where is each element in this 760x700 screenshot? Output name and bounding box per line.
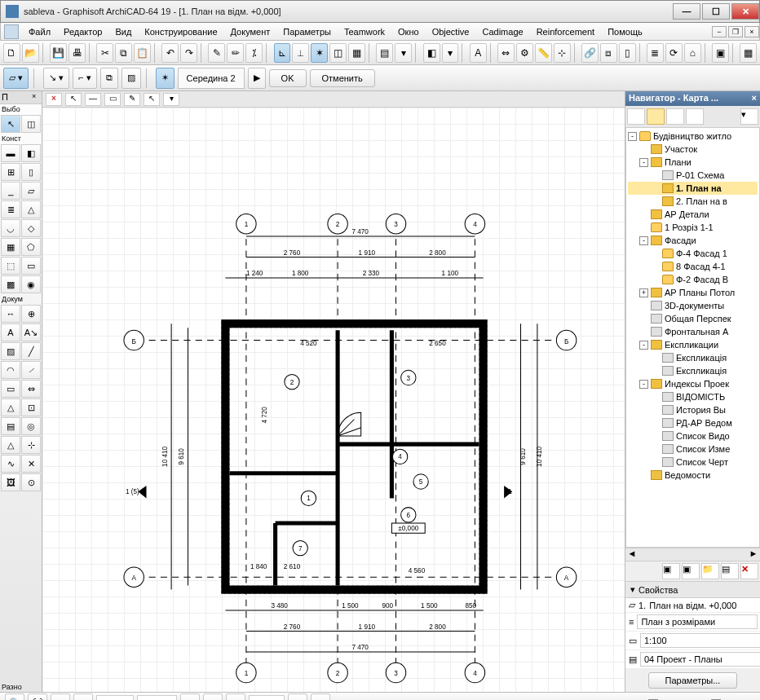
snap-mode-2-icon[interactable]: ⟂ <box>292 43 309 63</box>
door-tool-icon[interactable]: ◧ <box>21 144 41 162</box>
menu-reinforcement[interactable]: Reinforcement <box>530 25 602 38</box>
mdi-minimize-button[interactable]: − <box>712 26 727 37</box>
tree-node[interactable]: -Плани <box>628 156 758 169</box>
prop-scale-input[interactable] <box>640 633 760 648</box>
tree-node[interactable]: АР Детали <box>628 208 758 221</box>
link-icon[interactable]: 🔗 <box>581 43 599 63</box>
cut-icon[interactable]: ✂ <box>96 43 113 63</box>
view-dropdown-icon[interactable]: ▾ <box>442 43 459 63</box>
pencil-icon[interactable]: ✏ <box>227 43 244 63</box>
lamp-tool-icon[interactable]: ◉ <box>21 275 41 293</box>
shell-tool-icon[interactable]: ◡ <box>1 219 20 237</box>
beam-tool-icon[interactable]: ⎯ <box>1 182 20 200</box>
nav-folder[interactable]: 📁 <box>701 563 719 579</box>
app-menu-icon[interactable] <box>4 24 19 39</box>
mdi-close-button[interactable]: × <box>745 26 759 37</box>
nav-tab-viewmap[interactable] <box>647 108 665 125</box>
grid-tool-icon[interactable]: ⊹ <box>21 436 41 454</box>
arrow-tool-icon[interactable]: ↖ <box>1 115 20 133</box>
tree-node[interactable]: ВІДОМІСТЬ <box>628 390 758 403</box>
angle-field[interactable]: 0,00° <box>249 695 285 701</box>
mdi-restore-button[interactable]: ❐ <box>728 26 743 37</box>
tree-node[interactable]: Експликація <box>628 364 758 377</box>
mesh-tool-icon[interactable]: ▩ <box>1 275 20 293</box>
open-icon[interactable]: 📂 <box>22 43 39 63</box>
axes-icon[interactable]: ⊹ <box>554 43 571 63</box>
scroll-left-icon[interactable]: ◄ <box>625 548 638 561</box>
dropper-icon[interactable]: ⁒ <box>245 43 263 63</box>
snap-mid-button[interactable]: ✶ <box>156 68 175 89</box>
ruler-icon[interactable]: 📏 <box>535 43 552 63</box>
menu-конструирование[interactable]: Конструирование <box>138 25 223 38</box>
stairs-icon[interactable]: ≣ <box>647 43 664 63</box>
change-tool-icon[interactable]: △ <box>1 436 20 454</box>
stair-tool-icon[interactable]: ≣ <box>1 200 20 218</box>
menu-teamwork[interactable]: Teamwork <box>338 25 391 38</box>
prop-layers-input[interactable] <box>640 652 760 667</box>
toolbox-close-icon[interactable]: × <box>32 92 40 103</box>
rotate-icon[interactable]: ⟳ <box>665 43 683 63</box>
parameters-button[interactable]: Параметры... <box>648 672 738 689</box>
nav-tab-project[interactable] <box>627 108 645 125</box>
fill-tool-icon[interactable]: ▨ <box>1 342 20 360</box>
tree-node[interactable]: История Вы <box>628 403 758 416</box>
menu-окно[interactable]: Окно <box>391 25 426 38</box>
structure-icon[interactable]: ⧈ <box>600 43 617 63</box>
spline-tool-icon[interactable]: ∿ <box>1 455 20 473</box>
navigator-tree[interactable]: -Будівництво житло Участок-Плани Р-01 Сх… <box>625 127 760 548</box>
collapse-icon[interactable]: ▾ <box>395 43 412 63</box>
zoom-prev-icon[interactable]: ◄ <box>51 693 70 701</box>
undo-icon[interactable]: ↶ <box>161 43 179 63</box>
menu-редактор[interactable]: Редактор <box>57 25 108 38</box>
view-icon[interactable]: ◧ <box>423 43 440 63</box>
cancel-button[interactable]: Отменить <box>310 69 375 87</box>
object-tool-icon[interactable]: ⬚ <box>1 257 20 275</box>
worksheet-tool-icon[interactable]: ▤ <box>1 417 20 435</box>
tree-node[interactable]: Ведомости <box>628 469 758 482</box>
chevron-down-icon[interactable]: ▾ <box>630 584 635 595</box>
hotspot-tool-icon[interactable]: ✕ <box>21 455 41 473</box>
marquee-tool-icon[interactable]: ◫ <box>21 115 41 133</box>
tree-node[interactable]: -Индексы Проек <box>628 377 758 390</box>
line-tab-icon[interactable]: — <box>85 93 101 106</box>
nav-tab-layout[interactable] <box>666 108 684 125</box>
morph-tool-icon[interactable]: ⬠ <box>21 238 41 256</box>
nav-tab-publisher[interactable] <box>686 108 704 125</box>
arc-tool-icon[interactable]: ◠ <box>1 361 20 379</box>
dimension-tool-icon[interactable]: ↔ <box>1 305 20 323</box>
copy-icon[interactable]: ⧉ <box>115 43 132 63</box>
palette-icon[interactable]: ▣ <box>712 43 729 63</box>
elevation-tool-icon[interactable]: △ <box>1 398 20 416</box>
nav-action-1[interactable]: ▣ <box>662 563 680 579</box>
menu-cadimage[interactable]: Cadimage <box>475 25 529 38</box>
building-icon[interactable]: ⌂ <box>684 43 701 63</box>
prop-plan-input[interactable] <box>637 614 758 629</box>
layers-icon[interactable]: ▤ <box>376 43 393 63</box>
tree-node[interactable]: -Будівництво житло <box>628 130 758 143</box>
arrow-button[interactable]: ↘ ▾ <box>43 68 69 89</box>
text-tool-icon[interactable]: A <box>1 324 20 341</box>
corner-button[interactable]: ⌐ ▾ <box>73 68 96 89</box>
scale-field[interactable]: 1:100 <box>96 695 134 701</box>
polyline-tool-icon[interactable]: ⟋ <box>21 361 41 379</box>
snap-mode-1-icon[interactable]: ⊾ <box>274 43 291 63</box>
navigator-hscroll[interactable]: ◄ ► <box>625 548 760 561</box>
nav-tab-options[interactable]: ▾ <box>740 108 758 125</box>
tree-node[interactable]: +АР Планы Потол <box>628 286 758 299</box>
arrow-tab-icon[interactable]: ↖ <box>65 93 82 106</box>
wand-tab-icon[interactable]: ✎ <box>124 93 140 106</box>
distribute-icon[interactable]: ⇔ <box>497 43 515 63</box>
tree-node[interactable]: Ф-4 Фасад 1 <box>628 247 758 260</box>
roof-tool-icon[interactable]: △ <box>21 200 41 218</box>
snap-mode-5-icon[interactable]: ▦ <box>348 43 365 63</box>
tree-node[interactable]: Р-01 Схема <box>628 169 758 182</box>
nav-save-view[interactable]: ▤ <box>721 563 739 579</box>
drawing-tool-icon[interactable]: ▭ <box>1 380 20 398</box>
menu-objective[interactable]: Objective <box>426 25 476 38</box>
menu-помощь[interactable]: Помощь <box>601 25 649 38</box>
close-button[interactable]: ✕ <box>731 3 759 20</box>
tree-node[interactable]: 8 Фасад 4-1 <box>628 260 758 273</box>
extra-icon[interactable]: ▦ <box>740 43 757 63</box>
history-icon[interactable]: ▾ <box>311 693 330 701</box>
tree-node[interactable]: Список Черт <box>628 456 758 469</box>
